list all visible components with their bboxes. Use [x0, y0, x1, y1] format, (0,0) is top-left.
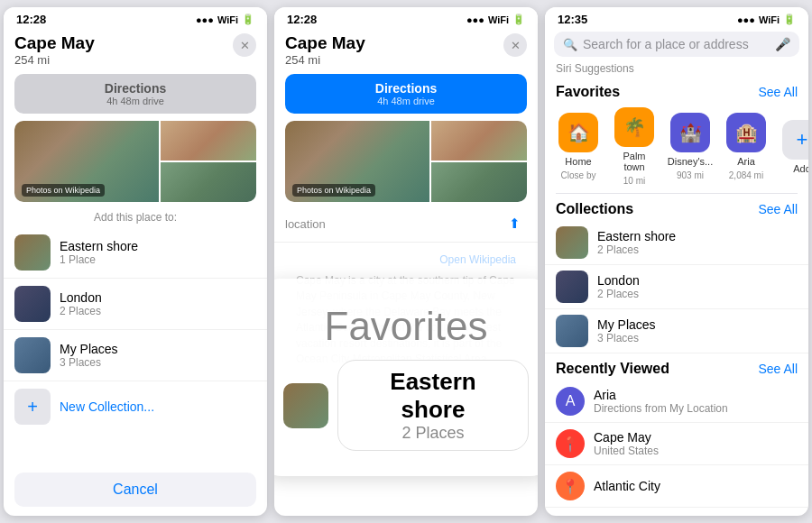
panel2-scroll: Open Wikipedia Cape May is a city at the…	[274, 243, 538, 516]
rv-aria-sub: Directions from My Location	[594, 402, 728, 415]
fav-sublabel-home: Close by	[561, 170, 596, 180]
status-icons-3: ●●● WiFi 🔋	[737, 14, 796, 25]
collections-section-header: Collections See All	[545, 194, 808, 221]
rv-capemay-info: Cape May United States	[594, 430, 659, 457]
signal-icon-2: ●●●	[466, 14, 484, 25]
collection-item-eastern[interactable]: Eastern shore 1 Place	[4, 227, 267, 279]
p3-london-item[interactable]: London 2 Places	[545, 265, 808, 309]
collection-info-myplaces: My Places 3 Places	[60, 342, 118, 369]
rv-capemay-name: Cape May	[594, 430, 659, 445]
fav-item-disney[interactable]: 🏰 Disney's... 903 mi	[668, 113, 713, 180]
favorites-section-title: Favorites	[556, 84, 620, 100]
wifi-icon-3: WiFi	[759, 14, 780, 25]
share-icon[interactable]: ⬆	[502, 211, 527, 236]
fav-sublabel-work: 10 mi	[623, 176, 645, 186]
directions-button-2[interactable]: Directions 4h 48m drive	[285, 74, 527, 114]
p3-eastern-item[interactable]: Eastern shore 2 Places	[545, 221, 808, 265]
p3-info-eastern: Eastern shore 2 Places	[597, 229, 676, 256]
collection-name-myplaces: My Places	[60, 342, 118, 356]
photo-strip-2: Photos on Wikipedia	[285, 121, 527, 202]
close-button-2[interactable]: ✕	[503, 33, 527, 57]
p3-thumb-london	[556, 271, 588, 303]
wifi-icon: WiFi	[217, 14, 238, 25]
thumb-eastern-img	[14, 234, 51, 271]
panel3: 12:35 ●●● WiFi 🔋 🔍 Search for a place or…	[545, 7, 808, 516]
favorites-row: 🏠 Home Close by 🌴 Palm town 10 mi 🏰 Disn…	[545, 104, 808, 193]
close-button-1[interactable]: ✕	[233, 33, 256, 57]
cancel-button-1[interactable]: Cancel	[14, 473, 256, 507]
recently-viewed-see-all[interactable]: See All	[758, 362, 798, 376]
status-time-1: 12:28	[16, 13, 46, 26]
work-icon: 🌴	[614, 107, 654, 147]
fav-item-add[interactable]: + Add	[780, 120, 808, 174]
favorites-overlay: Favorites Eastern shore 2 Places	[274, 279, 538, 476]
rv-capemay[interactable]: 📍 Cape May United States	[545, 423, 808, 465]
new-collection-item[interactable]: + New Collection...	[4, 381, 267, 432]
search-placeholder: Search for a place or address	[583, 37, 770, 51]
status-icons-1: ●●● WiFi 🔋	[196, 14, 254, 25]
fav-label-aria: Aria	[737, 156, 755, 167]
add-section-title: Add this place to:	[4, 206, 267, 227]
rv-atlantic-info: Atlantic City	[594, 479, 660, 493]
rv-atlantic-icon: 📍	[556, 472, 585, 500]
place-subtitle-2: 254 mi	[285, 53, 365, 67]
collections-section-title: Collections	[556, 201, 633, 217]
wiki-link-bg: Open Wikipedia	[285, 250, 527, 270]
rv-aria[interactable]: A Aria Directions from My Location	[545, 381, 808, 423]
collection-name-london: London	[60, 290, 102, 305]
collections-see-all[interactable]: See All	[758, 202, 798, 216]
photo-strip-1: Photos on Wikipedia	[14, 121, 256, 202]
fav-item-home[interactable]: 🏠 Home Close by	[556, 113, 601, 180]
fav-label-add: Add	[793, 163, 808, 174]
new-collection-label: New Collection...	[60, 399, 154, 414]
p3-count-london: 2 Places	[597, 288, 640, 300]
collection-thumb-london	[14, 286, 51, 322]
rv-atlantic[interactable]: 📍 Atlantic City	[545, 465, 808, 508]
p3-name-eastern: Eastern shore	[597, 229, 676, 243]
thumb-myplaces-img	[14, 337, 51, 373]
search-bar[interactable]: 🔍 Search for a place or address 🎤	[554, 32, 799, 57]
collection-item-london[interactable]: London 2 Places	[4, 279, 267, 330]
photo-top-right-2	[431, 121, 527, 161]
fav-label-disney: Disney's...	[668, 156, 713, 167]
add-fav-icon[interactable]: +	[782, 120, 808, 160]
p3-thumb-eastern	[556, 226, 588, 259]
collection-item-myplaces[interactable]: My Places 3 Places	[4, 330, 267, 381]
directions-label-1: Directions	[22, 81, 249, 96]
rv-atlantic-name: Atlantic City	[594, 479, 660, 493]
favorites-title: Favorites	[283, 304, 529, 349]
p3-name-london: London	[597, 273, 640, 288]
collection-thumb-eastern	[14, 234, 51, 271]
location-section: location ⬆	[274, 206, 538, 243]
photo-caption-2: Photos on Wikipedia	[292, 184, 375, 197]
disney-icon: 🏰	[670, 113, 710, 152]
signal-icon: ●●●	[196, 14, 214, 25]
fav-label-work: Palm town	[612, 151, 657, 172]
signal-icon-3: ●●●	[737, 14, 755, 25]
fav-sublabel-disney: 903 mi	[677, 170, 704, 180]
panel1: 12:28 ●●● WiFi 🔋 Cape May 254 mi ✕ Direc…	[4, 7, 267, 516]
p3-info-myplaces: My Places 3 Places	[597, 317, 656, 344]
mic-icon[interactable]: 🎤	[775, 37, 790, 51]
siri-suggestions-label: Siri Suggestions	[545, 60, 808, 77]
place-header-2: Cape May 254 mi ✕	[274, 28, 538, 70]
favorites-see-all[interactable]: See All	[758, 85, 798, 99]
location-text: location	[285, 217, 494, 231]
p3-name-myplaces: My Places	[597, 317, 656, 332]
fav-item-aria[interactable]: 🏨 Aria 2,084 mi	[724, 113, 769, 180]
fav-item-work[interactable]: 🌴 Palm town 10 mi	[612, 107, 657, 186]
rv-aria-info: Aria Directions from My Location	[594, 388, 728, 415]
photo-bottom-right-1	[161, 162, 256, 202]
p3-myplaces-item[interactable]: My Places 3 Places	[545, 309, 808, 353]
status-bar-2: 12:28 ●●● WiFi 🔋	[274, 7, 538, 28]
collection-list-1: Eastern shore 1 Place London 2 Places My…	[4, 227, 267, 467]
p3-count-eastern: 2 Places	[597, 243, 676, 256]
photo-right-2	[431, 121, 527, 202]
p3-count-myplaces: 3 Places	[597, 332, 656, 344]
fav-label-home: Home	[565, 156, 591, 167]
photo-right-1	[161, 121, 256, 202]
photo-bottom-right-2	[431, 162, 527, 202]
rv-capemay-icon: 📍	[556, 429, 585, 458]
directions-button-1[interactable]: Directions 4h 48m drive	[14, 74, 256, 114]
collection-info-eastern: Eastern shore 1 Place	[60, 239, 138, 266]
